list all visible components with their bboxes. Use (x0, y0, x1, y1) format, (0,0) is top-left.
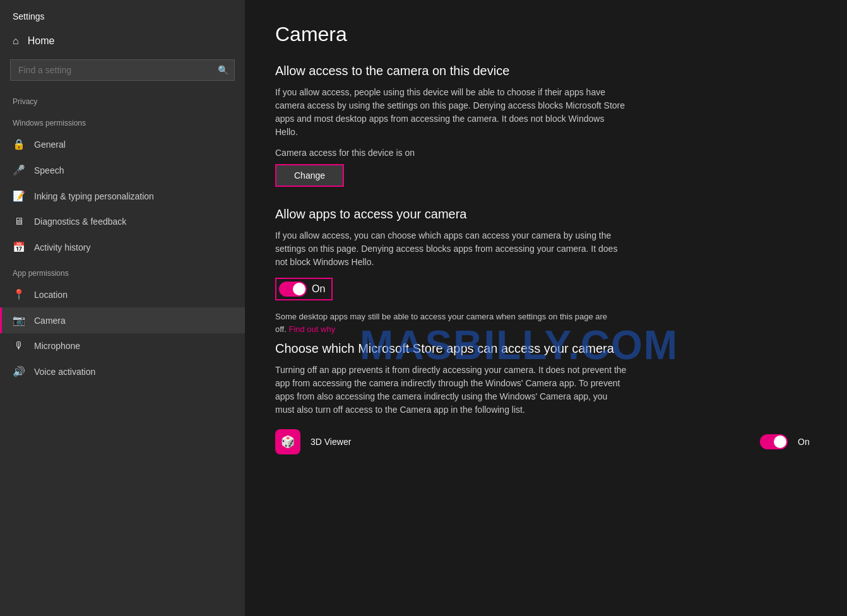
sidebar-item-diagnostics-label: Diagnostics & feedback (34, 216, 126, 227)
camera-icon: 📷 (13, 314, 25, 326)
privacy-section-label: Privacy (0, 88, 245, 110)
sidebar-item-general-label: General (34, 139, 66, 150)
section3-heading: Choose which Microsoft Store apps can ac… (275, 341, 817, 356)
sidebar-item-inking-label: Inking & typing personalization (34, 191, 154, 201)
sidebar-item-microphone[interactable]: 🎙 Microphone (0, 333, 245, 358)
3dviewer-toggle-label: On (798, 437, 817, 447)
windows-permissions-label: Windows permissions (0, 110, 245, 131)
sidebar-item-speech[interactable]: 🎤 Speech (0, 157, 245, 183)
sidebar: Settings ⌂ Home 🔍 Privacy Windows permis… (0, 0, 245, 616)
voice-icon: 🔊 (13, 365, 25, 377)
camera-toggle-thumb (293, 283, 305, 295)
camera-toggle-wrapper: On (275, 278, 333, 300)
3dviewer-toggle-thumb (774, 435, 786, 448)
sidebar-item-microphone-label: Microphone (34, 341, 80, 351)
section1-heading: Allow access to the camera on this devic… (275, 64, 817, 78)
section1-body: If you allow access, people using this d… (275, 86, 629, 139)
sidebar-item-camera-label: Camera (34, 316, 66, 326)
sidebar-item-location-label: Location (34, 290, 68, 300)
3dviewer-icon: 🎲 (275, 429, 300, 454)
main-content: Camera Allow access to the camera on thi… (245, 0, 847, 616)
3dviewer-icon-glyph: 🎲 (281, 435, 295, 449)
camera-toggle-row: On (275, 278, 817, 300)
find-out-why-link[interactable]: Find out why (288, 324, 335, 334)
sidebar-item-diagnostics[interactable]: 🖥 Diagnostics & feedback (0, 209, 245, 234)
device-status-text: Camera access for this device is on (275, 148, 817, 158)
home-icon: ⌂ (13, 35, 19, 47)
app-permissions-label: App permissions (0, 260, 245, 281)
change-button-wrapper: Change (275, 164, 344, 187)
sidebar-home-label: Home (28, 35, 55, 47)
lock-icon: 🔒 (13, 138, 25, 150)
sidebar-item-location[interactable]: 📍 Location (0, 281, 245, 307)
sidebar-item-general[interactable]: 🔒 General (0, 131, 245, 157)
diagnostics-icon: 🖥 (13, 216, 25, 227)
note-text: Some desktop apps may still be able to a… (275, 311, 616, 335)
sidebar-home-button[interactable]: ⌂ Home (0, 28, 245, 54)
sidebar-item-activity-label: Activity history (34, 242, 90, 252)
sidebar-item-speech-label: Speech (34, 165, 64, 175)
app-title: Settings (0, 0, 245, 28)
section2-heading: Allow apps to access your camera (275, 207, 817, 222)
sidebar-item-voice[interactable]: 🔊 Voice activation (0, 358, 245, 384)
3dviewer-name: 3D Viewer (311, 437, 750, 447)
search-wrapper: 🔍 (10, 59, 235, 81)
sidebar-item-voice-label: Voice activation (34, 367, 95, 377)
microphone-icon: 🎙 (13, 340, 25, 352)
section3-body: Turning off an app prevents it from dire… (275, 364, 629, 417)
sidebar-item-camera[interactable]: 📷 Camera (0, 307, 245, 333)
search-input[interactable] (10, 59, 235, 81)
location-icon: 📍 (13, 288, 25, 300)
sidebar-item-activity[interactable]: 📅 Activity history (0, 234, 245, 260)
3dviewer-toggle[interactable] (760, 434, 788, 449)
inking-icon: 📝 (13, 190, 25, 202)
app-row-3dviewer: 🎲 3D Viewer On (275, 429, 817, 454)
page-title: Camera (275, 23, 817, 46)
change-button[interactable]: Change (276, 165, 343, 186)
activity-icon: 📅 (13, 241, 25, 253)
camera-toggle-label: On (312, 283, 325, 295)
speech-icon: 🎤 (13, 164, 25, 176)
search-container: 🔍 (0, 54, 245, 88)
camera-toggle[interactable] (279, 281, 307, 297)
section2-body: If you allow access, you can choose whic… (275, 229, 629, 269)
sidebar-item-inking[interactable]: 📝 Inking & typing personalization (0, 183, 245, 209)
